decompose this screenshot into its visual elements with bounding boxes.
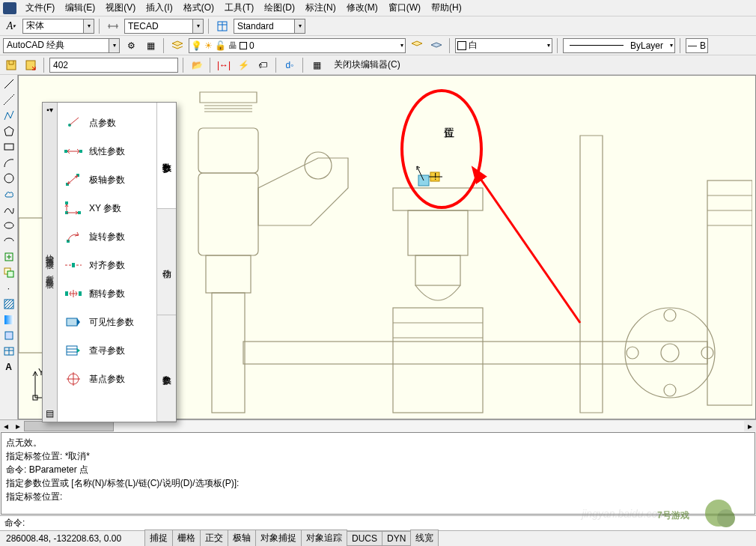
dyn-toggle[interactable]: DYN	[382, 531, 411, 546]
osnap-toggle[interactable]: 对象捕捉	[255, 530, 302, 546]
param-flip[interactable]: 翻转参数	[59, 279, 155, 308]
ducs-toggle[interactable]: DUCS	[347, 531, 382, 546]
chevron-down-icon[interactable]: ▾	[192, 19, 203, 33]
palette-menu-icon[interactable]: ▪▾	[46, 106, 53, 114]
layer-states-icon[interactable]	[428, 37, 445, 54]
authoring-palette-icon[interactable]: ▦	[308, 57, 325, 73]
region-icon[interactable]	[1, 328, 16, 343]
palette-props-icon[interactable]: ▤	[46, 408, 54, 419]
menu-file[interactable]: 文件(F)	[21, 0, 59, 16]
workspace-input[interactable]	[4, 39, 109, 52]
layer-combo[interactable]: 💡 ☀ 🔓 🖶 0 ▾	[189, 38, 406, 53]
chevron-down-icon[interactable]: ▾	[83, 19, 94, 33]
otrack-toggle[interactable]: 对象追踪	[301, 530, 347, 546]
make-block-icon[interactable]	[1, 265, 16, 280]
layer-manager-icon[interactable]	[169, 37, 186, 54]
coordinates-display[interactable]: 286008.48, -132208.63, 0.00	[3, 533, 145, 544]
gradient-icon[interactable]	[1, 312, 16, 327]
command-input[interactable]	[29, 518, 752, 529]
action-icon[interactable]: ⚡	[235, 57, 252, 73]
chevron-down-icon[interactable]: ▾	[294, 19, 305, 33]
menu-help[interactable]: 帮助(H)	[427, 0, 466, 16]
tablestyle-input[interactable]	[234, 19, 294, 33]
menu-edit[interactable]: 编辑(E)	[61, 0, 100, 16]
workspace-settings-icon[interactable]: ⚙	[123, 37, 139, 54]
ortho-toggle[interactable]: 正交	[200, 530, 228, 546]
tablestyle-icon[interactable]	[214, 18, 231, 34]
line-icon[interactable]	[1, 76, 16, 91]
svg-rect-57	[79, 291, 82, 296]
close-block-editor-button[interactable]: 关闭块编辑器(C)	[328, 57, 406, 73]
dimstyle-combo[interactable]: ▾	[124, 19, 204, 34]
cmd-line: 命令: BParameter 点	[6, 463, 750, 476]
menu-tools[interactable]: 工具(T)	[220, 0, 258, 16]
polyline-icon[interactable]	[1, 108, 16, 123]
rectangle-icon[interactable]	[1, 139, 16, 154]
grid-toggle[interactable]: 栅格	[172, 530, 201, 546]
construction-line-icon[interactable]	[1, 92, 16, 107]
param-align[interactable]: 对齐参数	[59, 251, 155, 279]
color-combo[interactable]: 白 ▾	[455, 38, 552, 53]
palette-handle[interactable]: ▪▾ 块编写选项板 - 所有选项板 ▤	[43, 103, 58, 422]
layer-prev-icon[interactable]	[409, 37, 425, 54]
ellipse-icon[interactable]	[1, 218, 16, 233]
lineweight-combo[interactable]: —B	[686, 38, 708, 53]
arc-icon[interactable]	[1, 155, 16, 170]
chevron-down-icon[interactable]: ▾	[400, 42, 403, 49]
hatch-icon[interactable]	[1, 297, 16, 312]
param-lookup[interactable]: 查寻参数	[59, 336, 155, 365]
block-save-icon[interactable]	[3, 57, 19, 73]
block-authoring-palette[interactable]: ▪▾ 块编写选项板 - 所有选项板 ▤ 点参数 线性参数 极轴参数 XY 参数 …	[42, 102, 177, 422]
menu-format[interactable]: 格式(O)	[179, 0, 219, 16]
block-name-input[interactable]	[50, 58, 177, 72]
tab-parameter-sets[interactable]: 参数集	[157, 315, 176, 422]
menu-view[interactable]: 视图(V)	[101, 0, 140, 16]
block-saveas-icon[interactable]	[22, 57, 39, 73]
param-linear-icon[interactable]: |↔|	[216, 57, 232, 73]
circle-icon[interactable]	[1, 171, 16, 186]
point-parameter-marker[interactable]: !	[415, 162, 445, 194]
snap-toggle[interactable]: 捕捉	[144, 530, 173, 546]
menu-window[interactable]: 窗口(W)	[384, 0, 425, 16]
block-open-icon[interactable]: 📂	[189, 57, 205, 73]
param-basepoint[interactable]: 基点参数	[59, 365, 155, 393]
menu-dimension[interactable]: 标注(N)	[301, 0, 341, 16]
polygon-icon[interactable]	[1, 124, 16, 139]
workspace-combo[interactable]: ▾	[3, 38, 120, 53]
font-combo[interactable]: ▾	[22, 19, 94, 34]
param-polar[interactable]: 极轴参数	[59, 166, 155, 194]
textstyle-icon[interactable]: A▾	[3, 18, 19, 34]
tablestyle-combo[interactable]: ▾	[234, 19, 305, 34]
constraint-icon[interactable]: d◦	[281, 57, 298, 73]
insert-block-icon[interactable]	[1, 249, 16, 264]
workspace-save-icon[interactable]: ▦	[142, 37, 159, 54]
param-xy[interactable]: XY 参数	[59, 194, 155, 222]
attribute-icon[interactable]: 🏷	[254, 57, 271, 73]
tab-actions[interactable]: 动作	[157, 209, 176, 315]
param-rotate[interactable]: 旋转参数	[59, 222, 155, 251]
revision-cloud-icon[interactable]	[1, 186, 16, 201]
tab-parameters[interactable]: 参数	[157, 103, 176, 209]
point-icon[interactable]: ·	[1, 281, 16, 296]
block-name-combo[interactable]	[49, 58, 178, 73]
dimstyle-icon[interactable]	[105, 18, 121, 34]
chevron-down-icon[interactable]: ▾	[670, 42, 673, 49]
ellipse-arc-icon[interactable]	[1, 234, 16, 249]
table-icon[interactable]	[1, 344, 16, 359]
font-input[interactable]	[23, 19, 83, 33]
dimstyle-input[interactable]	[125, 19, 192, 33]
command-window[interactable]: 点无效。 指定标签位置: *取消* 命令: BParameter 点 指定参数位…	[1, 432, 755, 515]
spline-icon[interactable]	[1, 202, 16, 217]
lwt-toggle[interactable]: 线宽	[410, 530, 439, 546]
polar-toggle[interactable]: 极轴	[228, 530, 256, 546]
chevron-down-icon[interactable]: ▾	[547, 42, 550, 49]
menu-draw[interactable]: 绘图(D)	[260, 0, 299, 16]
menu-modify[interactable]: 修改(M)	[342, 0, 382, 16]
linetype-combo[interactable]: ByLayer ▾	[563, 38, 675, 53]
menu-insert[interactable]: 插入(I)	[141, 0, 177, 16]
mtext-icon[interactable]: A	[1, 360, 16, 374]
chevron-down-icon[interactable]: ▾	[109, 39, 119, 52]
param-visibility[interactable]: 可见性参数	[59, 308, 155, 336]
param-point[interactable]: 点参数	[59, 109, 155, 137]
param-linear[interactable]: 线性参数	[59, 137, 155, 166]
